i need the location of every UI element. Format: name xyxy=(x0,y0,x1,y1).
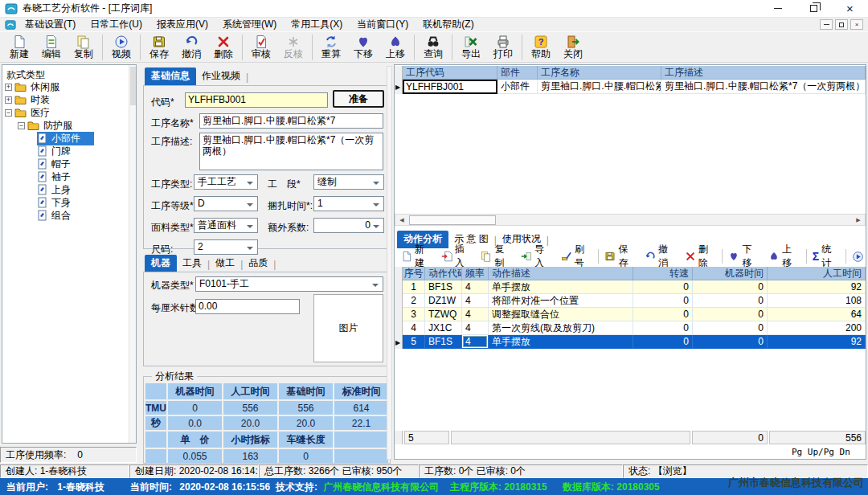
restore-button[interactable] xyxy=(796,0,832,18)
action-cell[interactable]: JX1C xyxy=(425,321,462,335)
action-cell[interactable]: 92 xyxy=(768,280,866,294)
action-cell[interactable]: 4 xyxy=(403,321,425,335)
prepare-button[interactable]: 准备 xyxy=(333,90,384,108)
grade-select[interactable]: D xyxy=(194,196,258,211)
action-save-button[interactable]: 保存 xyxy=(600,248,641,265)
audit-button[interactable]: 审核 xyxy=(245,32,277,62)
machine-type-select[interactable]: F0101-手工 xyxy=(195,276,383,292)
menu-basic-settings[interactable]: 基础设置(T) xyxy=(18,18,83,31)
action-move-down-button[interactable]: 下移 xyxy=(724,248,764,265)
expand-minus-icon[interactable] xyxy=(18,122,25,129)
sidebar-item-upper-body[interactable]: 上身 xyxy=(37,183,73,196)
copy-button[interactable]: 复制 xyxy=(68,32,100,62)
action-cell[interactable]: 1 xyxy=(403,280,425,294)
video-button[interactable]: 视频 xyxy=(105,32,137,62)
action-cell[interactable]: 0 xyxy=(633,280,693,294)
tree-scrollbar[interactable] xyxy=(129,65,136,443)
tab-tool[interactable]: 工具 xyxy=(177,255,207,272)
process-cell-name[interactable]: 剪里袖口.脚口.中腰.帽口松紧*7 xyxy=(538,80,661,94)
sidebar-item-sleeve[interactable]: 袖子 xyxy=(37,170,73,183)
action-import-button[interactable]: 导入 xyxy=(517,248,557,265)
action-cell[interactable]: 第一次剪线(取及放剪刀) xyxy=(489,321,633,335)
sidebar-item-fashion[interactable]: 时装 xyxy=(5,93,52,106)
process-cell-desc[interactable]: 剪里袖口.脚口.中腰.帽口松紧*7（一次剪两根） xyxy=(661,80,866,94)
action-cell[interactable]: 调整握取缝合位 xyxy=(489,308,633,321)
move-up-button[interactable]: 上移 xyxy=(379,32,411,62)
close-button[interactable]: × xyxy=(832,0,868,18)
action-cell[interactable]: 0 xyxy=(693,280,768,294)
stage-select[interactable]: 缝制 xyxy=(313,174,384,190)
menu-system[interactable]: 系统管理(W) xyxy=(215,18,284,31)
sidebar-item-medical[interactable]: 医疗 xyxy=(5,106,52,119)
stitches-per-cm-input[interactable]: 0.00 xyxy=(195,299,300,314)
action-cell[interactable]: 4 xyxy=(462,308,489,321)
action-move-up-button[interactable]: 上移 xyxy=(764,248,805,265)
mdi-restore-button[interactable] xyxy=(835,19,848,30)
scroll-left-icon[interactable]: ◀ xyxy=(396,215,407,225)
action-cell[interactable]: BF1S xyxy=(425,280,462,294)
panel-splitter[interactable] xyxy=(387,66,392,460)
mdi-close-button[interactable]: × xyxy=(850,19,863,30)
minimize-button[interactable] xyxy=(760,0,796,18)
action-cell[interactable]: 0 xyxy=(693,308,768,321)
action-cell[interactable]: 2 xyxy=(403,294,425,308)
expand-plus-icon[interactable] xyxy=(5,96,12,104)
menu-tools[interactable]: 常用工具(X) xyxy=(284,18,350,31)
menu-current-window[interactable]: 当前窗口(Y) xyxy=(350,18,416,31)
bundle-time-select[interactable]: 1 xyxy=(313,196,384,211)
action-cell[interactable]: 108 xyxy=(768,294,866,308)
tab-quality[interactable]: 品质 xyxy=(243,255,273,272)
sidebar-item-casual-wear[interactable]: 休闲服 xyxy=(5,80,62,93)
action-stats-button[interactable]: Σ 统计 xyxy=(809,248,844,265)
action-cell[interactable]: 0 xyxy=(633,308,693,321)
action-copy-button[interactable]: 复制 xyxy=(477,248,517,265)
edit-button[interactable]: 编辑 xyxy=(35,32,68,62)
action-cell[interactable]: 4 xyxy=(462,321,489,335)
process-name-input[interactable]: 剪里袖口.脚口.中腰.帽口松紧*7 xyxy=(199,113,383,129)
action-cell[interactable]: 64 xyxy=(768,308,866,321)
undo-button[interactable]: 撤消 xyxy=(175,32,207,62)
process-desc-textarea[interactable]: 剪里袖口.脚口.中腰.帽口松紧*7（一次剪两根） xyxy=(199,133,383,170)
action-cell[interactable]: 0 xyxy=(693,294,768,308)
process-table-hscrollbar[interactable]: ◀ ▶ xyxy=(395,214,866,226)
process-cell-code[interactable]: YLFHFBJ001 xyxy=(403,80,497,94)
action-cell-selected[interactable]: 5 xyxy=(403,335,425,349)
code-input[interactable]: YLFHFBJ001 xyxy=(185,92,328,108)
tab-machine[interactable]: 机器 xyxy=(145,255,177,272)
action-cell-selected[interactable]: 0 xyxy=(633,335,693,349)
action-cell-selected[interactable]: 92 xyxy=(768,335,866,349)
action-play-button[interactable] xyxy=(848,248,868,265)
extra-factor-select[interactable]: 0 xyxy=(313,218,384,233)
search-button[interactable]: 查询 xyxy=(417,32,449,62)
fabric-type-select[interactable]: 普通面料 xyxy=(194,218,258,233)
action-new-button[interactable]: 新建 xyxy=(397,248,437,265)
sidebar-item-door-tag[interactable]: 门牌 xyxy=(37,145,73,158)
export-button[interactable]: 导出 xyxy=(455,32,487,62)
menu-reports[interactable]: 报表应用(V) xyxy=(149,18,215,31)
action-renumber-button[interactable]: 刷号 xyxy=(557,248,597,265)
action-cell[interactable]: 0 xyxy=(693,321,768,335)
new-button[interactable]: 新建 xyxy=(3,32,35,62)
action-cell[interactable]: 0 xyxy=(633,321,693,335)
sidebar-item-small-parts[interactable]: 小部件 xyxy=(37,132,94,145)
print-button[interactable]: 打印 xyxy=(487,32,519,62)
close-window-button[interactable]: 关闭 xyxy=(557,32,589,62)
delete-button[interactable]: 删除 xyxy=(207,32,240,62)
hscrollbar-thumb[interactable] xyxy=(409,215,496,225)
action-cell[interactable]: 3 xyxy=(403,308,425,321)
tab-workmanship[interactable]: 做工 xyxy=(210,255,240,272)
action-cell[interactable]: 4 xyxy=(462,294,489,308)
action-insert-button[interactable]: 插入 xyxy=(437,248,477,265)
expand-plus-icon[interactable] xyxy=(5,84,12,91)
sidebar-item-protective-suit[interactable]: 防护服 xyxy=(18,119,75,132)
process-cell-part[interactable]: 小部件 xyxy=(497,80,538,94)
action-cell[interactable]: 0 xyxy=(633,294,693,308)
action-cell[interactable]: 4 xyxy=(462,280,489,294)
action-cell[interactable]: TZWQ xyxy=(425,308,462,321)
process-type-select[interactable]: 手工工艺 xyxy=(194,174,258,190)
sidebar-item-lower-body[interactable]: 下身 xyxy=(37,196,73,209)
action-cell[interactable]: 200 xyxy=(768,321,866,335)
action-delete-button[interactable]: 删除 xyxy=(681,248,721,265)
save-button[interactable]: 保存 xyxy=(143,32,175,62)
action-cell-selected[interactable]: 单手摆放 xyxy=(489,335,633,349)
